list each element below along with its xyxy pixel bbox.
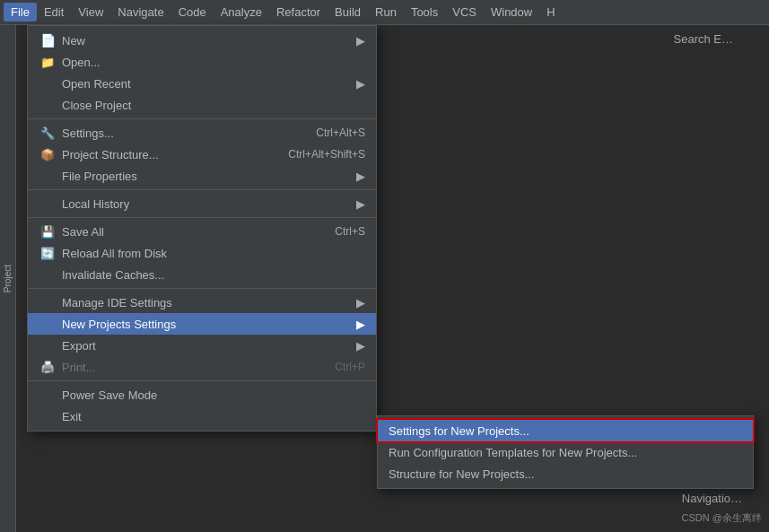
menu-item-reload-label: Reload All from Disk — [62, 247, 365, 260]
menu-item-close-project[interactable]: Close Project — [28, 94, 376, 116]
menu-item-open-recent-label: Open Recent — [62, 77, 349, 91]
menu-item-file-properties[interactable]: File Properties ▶ — [28, 165, 376, 187]
watermark: CSDN @余生离绊 — [682, 511, 762, 525]
arrow-icon: ▶ — [356, 170, 365, 183]
reload-icon: 🔄 — [39, 247, 57, 260]
menubar-item-h[interactable]: H — [539, 3, 562, 22]
menu-item-power-save-label: Power Save Mode — [62, 388, 365, 402]
menu-item-print-label: Print... — [62, 361, 317, 374]
navigation-label: Navigatio… — [682, 492, 742, 505]
content-area: Project Search E… Navigatio… CSDN @余生离绊 … — [0, 25, 769, 532]
menu-item-manage-ide-label: Manage IDE Settings — [62, 296, 349, 310]
submenu-item-run-config[interactable]: Run Configuration Templates for New Proj… — [378, 441, 753, 463]
menubar-item-refactor[interactable]: Refactor — [269, 3, 328, 22]
menu-item-close-project-label: Close Project — [62, 99, 365, 112]
menu-item-new-projects-settings-label: New Projects Settings — [62, 318, 349, 331]
separator-5 — [28, 380, 376, 381]
separator-3 — [28, 217, 376, 218]
menubar-item-build[interactable]: Build — [328, 3, 368, 22]
submenu-item-structure-new[interactable]: Structure for New Projects... — [378, 463, 753, 484]
submenu-item-settings-new[interactable]: Settings for New Projects... — [378, 420, 753, 441]
menubar-item-run[interactable]: Run — [368, 3, 404, 22]
submenu-item-settings-new-label: Settings for New Projects... — [389, 424, 742, 438]
new-icon: 📄 — [39, 33, 57, 48]
new-projects-settings-submenu: Settings for New Projects... Run Configu… — [377, 415, 754, 489]
menu-item-exit-label: Exit — [62, 410, 365, 423]
arrow-icon: ▶ — [356, 296, 365, 310]
settings-shortcut: Ctrl+Alt+S — [316, 126, 365, 139]
menubar-item-analyze[interactable]: Analyze — [214, 3, 269, 22]
print-shortcut: Ctrl+P — [335, 361, 365, 373]
arrow-icon: ▶ — [356, 197, 365, 211]
arrow-icon: ▶ — [356, 339, 365, 353]
separator-2 — [28, 189, 376, 190]
menu-item-settings[interactable]: 🔧 Settings... Ctrl+Alt+S — [28, 122, 376, 144]
menu-item-save-all[interactable]: 💾 Save All Ctrl+S — [28, 221, 376, 242]
menu-item-local-history[interactable]: Local History ▶ — [28, 193, 376, 214]
menu-item-exit[interactable]: Exit — [28, 406, 376, 427]
menubar-item-window[interactable]: Window — [484, 3, 539, 22]
menu-item-open-label: Open... — [62, 56, 365, 69]
separator-4 — [28, 288, 376, 289]
save-icon: 💾 — [39, 225, 57, 239]
menu-item-print[interactable]: 🖨️ Print... Ctrl+P — [28, 356, 376, 378]
side-panel-label: Project — [3, 265, 13, 292]
menu-item-project-structure-label: Project Structure... — [62, 148, 270, 161]
arrow-icon: ▶ — [356, 318, 365, 331]
menu-item-power-save[interactable]: Power Save Mode — [28, 384, 376, 406]
search-everywhere-label: Search E… — [674, 32, 733, 46]
menu-item-invalidate-label: Invalidate Caches... — [62, 268, 365, 282]
menu-item-settings-label: Settings... — [62, 126, 298, 140]
menu-item-new-label: New — [62, 34, 349, 48]
menu-item-new[interactable]: 📄 New ▶ — [28, 30, 376, 51]
menubar: File Edit View Navigate Code Analyze Ref… — [0, 0, 769, 25]
project-structure-shortcut: Ctrl+Alt+Shift+S — [288, 148, 365, 161]
menubar-item-tools[interactable]: Tools — [404, 3, 445, 22]
menu-item-save-all-label: Save All — [62, 225, 317, 239]
file-menu: 📄 New ▶ 📁 Open... Open Recent ▶ Close Pr… — [27, 25, 377, 432]
save-all-shortcut: Ctrl+S — [335, 225, 365, 238]
menubar-item-file[interactable]: File — [4, 3, 37, 22]
submenu-item-structure-new-label: Structure for New Projects... — [389, 467, 742, 481]
menubar-item-vcs[interactable]: VCS — [445, 3, 484, 22]
folder-icon: 📁 — [39, 56, 57, 69]
menubar-item-code[interactable]: Code — [171, 3, 214, 22]
menu-item-open-recent[interactable]: Open Recent ▶ — [28, 73, 376, 94]
menubar-item-edit[interactable]: Edit — [37, 3, 71, 22]
menu-item-manage-ide[interactable]: Manage IDE Settings ▶ — [28, 292, 376, 313]
menubar-item-view[interactable]: View — [71, 3, 110, 22]
separator-1 — [28, 118, 376, 119]
menu-item-new-projects-settings[interactable]: New Projects Settings ▶ — [28, 313, 376, 335]
print-icon: 🖨️ — [39, 361, 57, 374]
menu-item-open[interactable]: 📁 Open... — [28, 51, 376, 73]
side-panel: Project — [0, 25, 16, 532]
arrow-icon: ▶ — [356, 34, 365, 48]
menu-item-reload[interactable]: 🔄 Reload All from Disk — [28, 242, 376, 264]
project-structure-icon: 📦 — [39, 148, 57, 161]
settings-icon: 🔧 — [39, 126, 57, 140]
submenu-item-run-config-label: Run Configuration Templates for New Proj… — [389, 446, 742, 459]
menu-item-invalidate[interactable]: Invalidate Caches... — [28, 264, 376, 285]
menu-item-export[interactable]: Export ▶ — [28, 335, 376, 356]
menu-item-file-properties-label: File Properties — [62, 170, 349, 183]
menubar-item-navigate[interactable]: Navigate — [110, 3, 170, 22]
arrow-icon: ▶ — [356, 77, 365, 91]
menu-item-project-structure[interactable]: 📦 Project Structure... Ctrl+Alt+Shift+S — [28, 144, 376, 165]
menu-item-local-history-label: Local History — [62, 197, 349, 211]
menu-item-export-label: Export — [62, 339, 349, 353]
